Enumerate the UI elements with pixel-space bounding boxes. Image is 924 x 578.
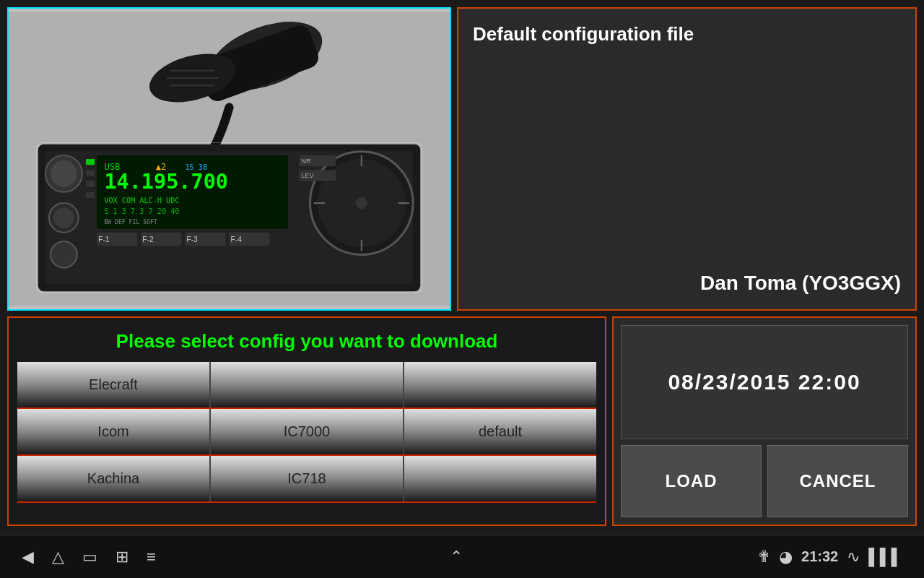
svg-text:F-1: F-1 bbox=[98, 236, 110, 243]
nav-left-icons: ◀ △ ▭ ⊞ ≡ bbox=[22, 548, 156, 566]
config-cell-kachina-preset[interactable] bbox=[404, 456, 596, 501]
bottom-row: Please select config you want to downloa… bbox=[7, 316, 917, 526]
main-content: 14.195.700 USB ▲2 15 38 VOX COM ALC-H UD… bbox=[0, 0, 924, 535]
config-row-kachina[interactable]: Kachina IC718 bbox=[17, 456, 596, 503]
home-icon[interactable]: △ bbox=[52, 548, 64, 566]
signal-bars-icon: ▌▌▌ bbox=[868, 548, 902, 566]
datetime-display: 08/23/2015 22:00 bbox=[621, 325, 908, 439]
top-row: 14.195.700 USB ▲2 15 38 VOX COM ALC-H UD… bbox=[7, 7, 917, 311]
signal-icon: ◕ bbox=[779, 548, 793, 566]
svg-text:15 38: 15 38 bbox=[185, 163, 207, 171]
config-table: Elecraft Icom IC7000 bbox=[17, 362, 596, 516]
svg-text:▲2: ▲2 bbox=[156, 162, 167, 172]
grid-icon[interactable]: ⊞ bbox=[116, 548, 128, 566]
svg-rect-30 bbox=[86, 159, 95, 165]
svg-point-36 bbox=[356, 197, 367, 209]
nav-center: ⌃ bbox=[450, 548, 463, 566]
config-row-elecraft[interactable]: Elecraft bbox=[17, 362, 596, 409]
config-cell-elecraft[interactable]: Elecraft bbox=[17, 362, 211, 407]
svg-text:F-3: F-3 bbox=[186, 236, 198, 243]
config-row-icom[interactable]: Icom IC7000 default bbox=[17, 409, 596, 456]
navigation-bar: ◀ △ ▭ ⊞ ≡ ⌃ ✟ ◕ 21:32 ∿ ▌▌▌ bbox=[0, 535, 924, 578]
load-button[interactable]: LOAD bbox=[621, 445, 762, 517]
svg-text:5 1 3 7 3 7 20 40: 5 1 3 7 3 7 20 40 bbox=[104, 207, 179, 215]
svg-text:NR: NR bbox=[301, 158, 311, 165]
config-selector-panel: Please select config you want to downloa… bbox=[7, 316, 606, 526]
action-buttons: LOAD CANCEL bbox=[621, 445, 908, 517]
usb-icon: ✟ bbox=[757, 548, 770, 566]
svg-point-26 bbox=[51, 160, 77, 187]
config-prompt: Please select config you want to downloa… bbox=[17, 327, 596, 356]
system-time: 21:32 bbox=[801, 548, 838, 565]
config-title: Default configuration file bbox=[473, 23, 901, 46]
config-cell-icom-model[interactable]: IC7000 bbox=[211, 409, 404, 454]
menu-icon[interactable]: ≡ bbox=[147, 548, 156, 566]
radio-background: 14.195.700 USB ▲2 15 38 VOX COM ALC-H UD… bbox=[9, 9, 450, 309]
info-panel: Default configuration file Dan Toma (YO3… bbox=[457, 7, 917, 311]
svg-text:F-2: F-2 bbox=[142, 236, 154, 243]
svg-text:LEV: LEV bbox=[301, 172, 314, 179]
svg-rect-32 bbox=[86, 181, 95, 187]
config-cell-elecraft-preset[interactable] bbox=[404, 362, 596, 407]
svg-text:BW  DEF  FIL  SOFT: BW DEF FIL SOFT bbox=[104, 218, 157, 225]
wifi-icon: ∿ bbox=[847, 548, 860, 566]
cancel-button[interactable]: CANCEL bbox=[767, 445, 908, 517]
svg-rect-31 bbox=[86, 170, 95, 176]
author-name: Dan Toma (YO3GGX) bbox=[473, 272, 901, 295]
svg-text:F-4: F-4 bbox=[231, 236, 243, 243]
config-cell-kachina-model[interactable]: IC718 bbox=[211, 456, 404, 501]
config-cell-icom-preset[interactable]: default bbox=[404, 409, 596, 454]
nav-right-status: ✟ ◕ 21:32 ∿ ▌▌▌ bbox=[757, 548, 902, 566]
svg-text:14.195.700: 14.195.700 bbox=[104, 170, 228, 194]
up-icon[interactable]: ⌃ bbox=[450, 548, 463, 566]
controls-panel: 08/23/2015 22:00 LOAD CANCEL bbox=[612, 316, 917, 526]
svg-text:VOX COM ALC-H UDC: VOX COM ALC-H UDC bbox=[104, 197, 179, 204]
svg-text:USB: USB bbox=[104, 162, 120, 172]
svg-point-29 bbox=[51, 241, 77, 268]
config-cell-kachina[interactable]: Kachina bbox=[17, 456, 211, 501]
back-icon[interactable]: ◀ bbox=[22, 548, 34, 566]
config-cell-icom[interactable]: Icom bbox=[17, 409, 211, 454]
svg-point-28 bbox=[53, 207, 74, 228]
recents-icon[interactable]: ▭ bbox=[82, 548, 97, 566]
config-cell-elecraft-model[interactable] bbox=[211, 362, 404, 407]
radio-image-panel: 14.195.700 USB ▲2 15 38 VOX COM ALC-H UD… bbox=[7, 7, 451, 311]
svg-rect-33 bbox=[86, 192, 95, 198]
